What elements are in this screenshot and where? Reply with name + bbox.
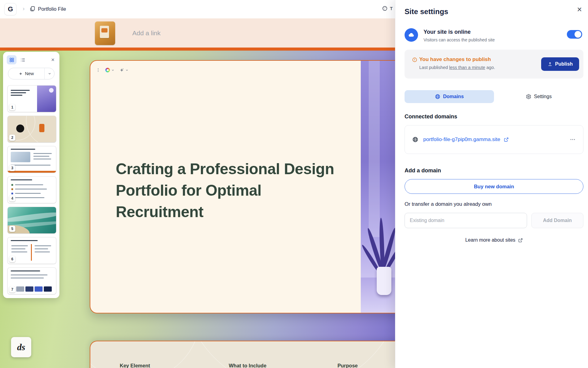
slide-toolbar: [96, 67, 129, 73]
card-thumbnail-7[interactable]: 7: [8, 268, 56, 294]
site-online-toggle[interactable]: [567, 30, 582, 39]
site-online-subtitle: Visitors can access the published site: [424, 37, 495, 42]
thumb-circle-shape: [16, 125, 24, 132]
card-thumbnail-2[interactable]: 2: [8, 116, 56, 142]
tab-domains[interactable]: Domains: [405, 90, 494, 103]
publish-changes-box: You have changes to publish Last publish…: [405, 50, 583, 79]
card-thumbnail-6[interactable]: 6: [8, 237, 56, 264]
thumb-text-line: [11, 165, 51, 166]
gamma-logo: G: [8, 5, 13, 13]
thumb-mini-image: [35, 286, 43, 292]
thumb-text-line: [11, 251, 27, 252]
card-thumbnail-1[interactable]: 1: [8, 86, 56, 112]
card-number-badge: 3: [9, 165, 15, 171]
slide-card-title[interactable]: Crafting a Professional Design Portfolio…: [90, 60, 410, 313]
breadcrumb[interactable]: Portfolio File: [38, 6, 66, 12]
thumb-mini-image: [25, 286, 33, 292]
slide-title[interactable]: Crafting a Professional Design Portfolio…: [116, 158, 361, 223]
published-prefix: Last published: [419, 65, 449, 70]
thumb-divider-bar: [31, 244, 32, 261]
close-panel-button[interactable]: ×: [576, 4, 583, 15]
warning-icon: [412, 57, 417, 63]
list-view-button[interactable]: [18, 55, 28, 64]
plus-icon: [19, 72, 23, 76]
slide-card-table[interactable]: Key Element What to Include Purpose: [90, 341, 410, 368]
thumb-text-line: [15, 193, 41, 194]
connected-domains-heading: Connected domains: [405, 113, 457, 120]
tab-domains-label: Domains: [443, 94, 464, 99]
gamma-logo-button[interactable]: G: [4, 3, 17, 15]
thumb-text-line: [11, 278, 44, 278]
thumb-text-line: [15, 189, 47, 190]
new-card-label: New: [25, 71, 34, 76]
thumb-cylinder-shape: [39, 124, 44, 132]
thumb-text-line: [11, 92, 26, 93]
upload-icon: [548, 62, 552, 67]
published-time-link[interactable]: less than a minute: [449, 65, 485, 70]
thumb-text-line: [11, 270, 40, 271]
new-card-dropdown-button[interactable]: [44, 68, 54, 79]
thumb-text-line: [11, 245, 28, 246]
thumb-mini-image: [16, 286, 24, 292]
connected-domain-card: portfolio-file-g7pip0m.gamma.site: [405, 125, 583, 154]
changes-title: You have changes to publish: [419, 56, 491, 63]
card-thumbnail-3[interactable]: 3: [8, 146, 56, 173]
workspace-avatar[interactable]: ds: [11, 337, 31, 357]
card-ai-button[interactable]: [119, 68, 129, 72]
tab-settings-label: Settings: [534, 94, 552, 99]
panel-title: Site settings: [405, 7, 448, 16]
card-number-badge: 5: [9, 226, 15, 232]
transfer-domain-heading: Or transfer a domain you already own: [405, 201, 492, 207]
cloud-status-icon: [405, 28, 418, 42]
tab-settings[interactable]: Settings: [494, 90, 583, 103]
drag-handle-icon[interactable]: [96, 67, 100, 73]
list-icon: [20, 57, 25, 63]
thumb-text-line: [15, 197, 44, 198]
theme-button-label: T: [390, 6, 393, 11]
card-color-button[interactable]: [105, 68, 115, 72]
thumb-text-line: [35, 248, 48, 249]
chevron-down-icon: [125, 68, 129, 72]
slide-title-line: Crafting a Professional Design: [116, 158, 361, 180]
slide-title-line: Portfolio for Optimal: [116, 180, 361, 201]
link-preview-thumbnail[interactable]: [95, 21, 115, 45]
add-link-field[interactable]: Add a link: [132, 29, 160, 37]
color-ring-icon: [105, 68, 110, 72]
published-suffix: ago.: [485, 65, 495, 70]
thumb-text-line: [15, 184, 43, 185]
thumb-text-line: [35, 251, 50, 252]
palette-icon: [382, 6, 388, 11]
panel-tabs: Domains Settings: [405, 90, 583, 103]
table-header: Purpose: [337, 363, 358, 368]
new-card-button[interactable]: New: [8, 68, 44, 79]
open-domain-icon[interactable]: [504, 137, 509, 142]
site-online-title: Your site is online: [424, 29, 471, 35]
thumb-text-line: [33, 153, 52, 154]
external-link-icon: [518, 238, 523, 243]
chevron-down-icon: [48, 72, 51, 75]
domain-more-button[interactable]: [570, 136, 576, 143]
learn-more-label: Learn more about sites: [465, 237, 515, 243]
card-list-header: ×: [7, 54, 56, 65]
workspace-avatar-label: ds: [17, 342, 25, 352]
grid-icon: [9, 57, 14, 63]
buy-new-domain-button[interactable]: Buy new domain: [405, 179, 583, 194]
existing-domain-input[interactable]: [405, 213, 527, 228]
add-domain-heading: Add a domain: [405, 167, 441, 174]
thumb-footer-bar: [8, 171, 56, 173]
thumb-bullet: [11, 193, 13, 194]
app-window: G › Portfolio File T Add a link: [0, 0, 588, 368]
close-card-list-button[interactable]: ×: [49, 56, 56, 64]
theme-button-partial[interactable]: T: [382, 6, 393, 11]
add-domain-button[interactable]: Add Domain: [531, 213, 583, 228]
card-thumbnail-5[interactable]: 5: [8, 207, 56, 233]
card-thumbnail-4[interactable]: 4: [8, 177, 56, 203]
site-settings-panel: Site settings × Your site is online Visi…: [395, 0, 588, 368]
last-published-text: Last published less than a minute ago.: [419, 65, 495, 70]
learn-more-link[interactable]: Learn more about sites: [405, 237, 583, 243]
grid-view-button[interactable]: [7, 55, 17, 64]
table-header: Key Element: [120, 363, 150, 368]
card-number-badge: 7: [9, 286, 15, 293]
domain-url-link[interactable]: portfolio-file-g7pip0m.gamma.site: [423, 136, 500, 143]
publish-button[interactable]: Publish: [541, 57, 579, 71]
